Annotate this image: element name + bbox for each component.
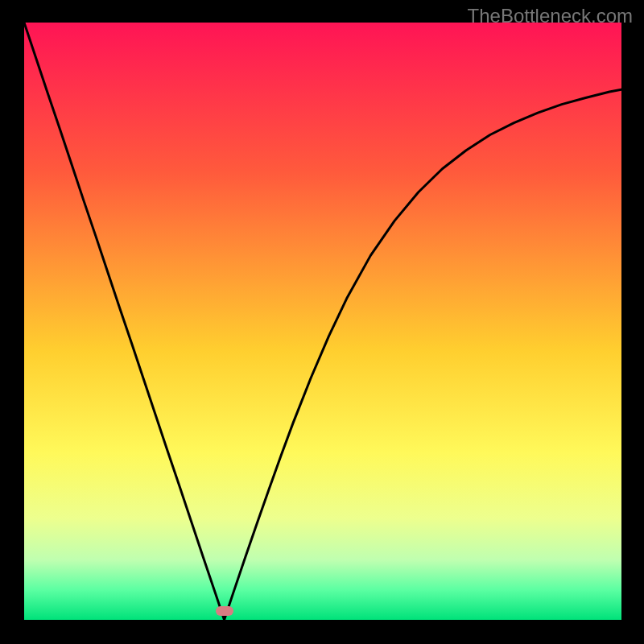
chart-plot-area — [24, 23, 621, 620]
chart-curve-line — [24, 23, 621, 620]
watermark-label: TheBottleneck.com — [468, 5, 633, 27]
chart-optimum-marker — [216, 606, 233, 616]
